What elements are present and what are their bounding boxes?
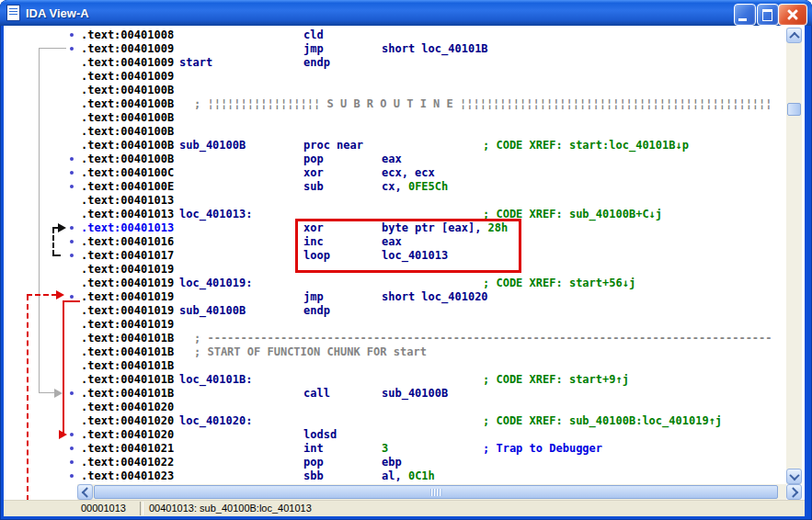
- address-field: .text:00401020: [81, 414, 174, 428]
- close-button[interactable]: [778, 4, 807, 26]
- label-field: sub_40100B: [179, 139, 246, 153]
- window-title: IDA View-A: [26, 6, 89, 20]
- address-field: .text:0040100E: [81, 180, 174, 194]
- mnemonic-field: jmp: [303, 42, 324, 56]
- jump-arrow-segment: [52, 227, 59, 229]
- disasm-line[interactable]: .text:0040100Esubcx, 0FE5Ch: [77, 180, 786, 194]
- disasm-line[interactable]: .text:0040101B; START OF FUNCTION CHUNK …: [77, 345, 786, 359]
- address-field: .text:00401017: [81, 249, 174, 263]
- jump-arrow-head: [56, 290, 64, 300]
- address-field: .text:0040101B: [81, 373, 174, 387]
- label-field: sub_40100B: [179, 304, 246, 318]
- operand-field: 3: [382, 442, 388, 456]
- titlebar[interactable]: IDA View-A: [0, 0, 812, 26]
- disasm-line[interactable]: .text:00401019: [77, 318, 786, 332]
- label-field: loc_401020:: [179, 414, 252, 428]
- address-field: .text:00401019: [81, 290, 174, 304]
- minimize-button[interactable]: [734, 4, 756, 26]
- operand-field: sub_40100B: [382, 387, 448, 401]
- code-dot: [70, 295, 74, 299]
- minimize-icon: [738, 18, 747, 21]
- mnemonic-field: pop: [303, 456, 324, 469]
- chevron-up-icon: [789, 31, 799, 41]
- comment-field: ; CODE XREF: start+9↑j: [483, 373, 629, 387]
- address-field: .text:0040101B: [81, 359, 174, 373]
- maximize-button[interactable]: [757, 4, 779, 26]
- disasm-line[interactable]: .text:0040100B: [77, 84, 786, 97]
- disasm-line[interactable]: .text:0040100B: [77, 125, 786, 139]
- maximize-icon: [762, 9, 772, 21]
- operand-field: ebp: [382, 456, 402, 469]
- disasm-line[interactable]: .text:00401020loc_401020:; CODE XREF: su…: [77, 414, 786, 428]
- disasm-line[interactable]: .text:00401020: [77, 401, 786, 414]
- code-dot: [70, 185, 74, 188]
- disasm-line[interactable]: .text:00401009jmpshort loc_40101B: [77, 42, 786, 56]
- horizontal-scrollbar[interactable]: [77, 484, 786, 500]
- jump-arrow-segment: [39, 48, 66, 49]
- disasm-line[interactable]: .text:0040100Cxorecx, ecx: [77, 166, 786, 180]
- disasm-line[interactable]: .text:0040101B: [77, 359, 786, 373]
- mnemonic-field: call: [303, 387, 330, 401]
- disasm-line[interactable]: .text:0040100Bsub_40100Bproc near; CODE …: [77, 139, 786, 153]
- scroll-left-button[interactable]: [77, 484, 93, 500]
- address-field: .text:00401019: [81, 263, 174, 277]
- address-field: .text:00401019: [81, 277, 174, 290]
- disasm-line[interactable]: .text:0040100Bpopeax: [77, 153, 786, 166]
- scroll-down-button[interactable]: [786, 469, 802, 484]
- mnemonic-field: int: [303, 442, 324, 456]
- address-field: .text:00401013: [81, 208, 174, 221]
- code-dot: [70, 157, 74, 161]
- disasm-line[interactable]: .text:00401019sub_40100Bendp: [77, 304, 786, 318]
- mnemonic-field: proc near: [303, 139, 363, 153]
- disasm-line[interactable]: .text:00401019jmpshort loc_401020: [77, 290, 786, 304]
- address-field: .text:0040100B: [81, 125, 174, 139]
- vertical-scroll-thumb[interactable]: [787, 103, 801, 116]
- disasm-line[interactable]: .text:00401009startendp: [77, 56, 786, 70]
- disasm-line[interactable]: .text:0040101Bcallsub_40100B: [77, 387, 786, 401]
- code-dot: [70, 47, 74, 51]
- chevron-right-icon: [787, 487, 797, 497]
- address-field: .text:0040100C: [81, 166, 174, 180]
- jump-arrow-segment: [52, 228, 54, 255]
- address-field: .text:0040100B: [81, 97, 174, 111]
- disasm-line[interactable]: .text:00401008cld: [77, 28, 786, 42]
- address-field: .text:00401019: [81, 318, 174, 332]
- address-field: .text:00401020: [81, 428, 174, 442]
- status-location: 00401013: sub_40100B:loc_401013: [149, 503, 312, 514]
- chevron-left-icon: [81, 487, 91, 497]
- disasm-line[interactable]: .text:0040101B; ------------------------…: [77, 332, 786, 345]
- mnemonic-field: sbb: [303, 469, 324, 483]
- horizontal-scroll-thumb[interactable]: [94, 485, 778, 499]
- disasm-line[interactable]: .text:00401023sbbal, 0C1h: [77, 469, 786, 483]
- ida-view-window: IDA View-A .text:00401008cld.text:004010…: [0, 0, 812, 520]
- address-field: .text:00401021: [81, 442, 174, 456]
- disasm-line[interactable]: .text:0040101Bloc_40101B:; CODE XREF: st…: [77, 373, 786, 387]
- address-field: .text:0040101B: [81, 345, 174, 359]
- address-field: .text:00401009: [81, 70, 174, 84]
- operand-field: eax: [382, 153, 402, 166]
- vertical-scrollbar[interactable]: [786, 28, 802, 484]
- code-dot: [70, 460, 74, 464]
- scroll-right-button[interactable]: [786, 484, 802, 500]
- disasm-line[interactable]: .text:00401021int3; Trap to Debugger: [77, 442, 786, 456]
- disasm-line[interactable]: .text:00401022popebp: [77, 456, 786, 469]
- address-field: .text:00401009: [81, 56, 174, 70]
- code-dot: [70, 226, 74, 230]
- address-field: .text:00401008: [81, 28, 174, 42]
- disasm-line[interactable]: .text:00401019loc_401019:; CODE XREF: st…: [77, 277, 786, 290]
- jump-arrow-head: [59, 430, 67, 439]
- label-field: loc_401013:: [179, 208, 252, 221]
- address-field: .text:00401009: [81, 42, 174, 56]
- status-bar: 00001013 00401013: sub_40100B:loc_401013: [4, 500, 805, 516]
- thumb-gripper: [430, 489, 442, 496]
- disasm-line[interactable]: .text:0040100B: [77, 111, 786, 125]
- disasm-line[interactable]: .text:0040100B; ¦¦¦¦¦¦¦¦¦¦¦¦¦¦¦¦¦ S U B …: [77, 97, 786, 111]
- document-icon: [6, 5, 20, 21]
- jump-arrow-segment: [63, 301, 64, 435]
- jump-arrow-segment: [52, 254, 61, 256]
- disasm-line[interactable]: .text:00401013: [77, 194, 786, 208]
- disasm-line[interactable]: .text:00401020lodsd: [77, 428, 786, 442]
- disasm-line[interactable]: .text:00401009: [77, 70, 786, 84]
- scroll-up-button[interactable]: [786, 28, 802, 43]
- label-field: loc_40101B:: [179, 373, 252, 387]
